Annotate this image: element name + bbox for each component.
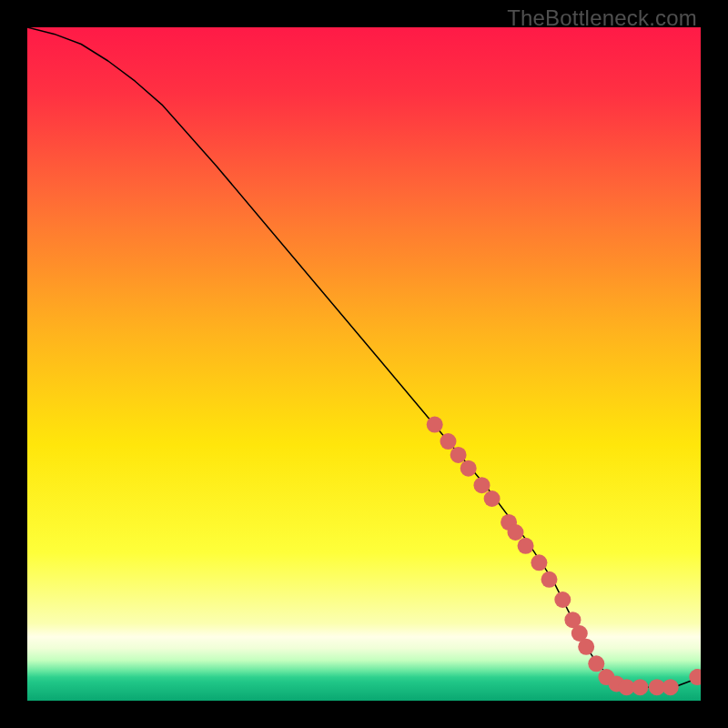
highlight-point — [474, 477, 490, 493]
highlight-point — [554, 592, 571, 608]
highlight-point — [484, 490, 500, 507]
highlight-point — [588, 655, 604, 672]
highlight-point — [632, 679, 648, 695]
chart-background — [27, 27, 701, 701]
highlight-point — [518, 538, 534, 554]
highlight-point — [578, 639, 594, 655]
highlight-point — [662, 679, 679, 695]
highlight-point — [508, 524, 524, 541]
highlight-point — [531, 554, 547, 571]
chart-frame — [27, 27, 701, 701]
highlight-point — [440, 433, 457, 450]
bottleneck-chart — [27, 27, 701, 701]
highlight-point — [427, 417, 443, 433]
highlight-point — [450, 447, 467, 463]
highlight-point — [541, 571, 558, 588]
highlight-point — [460, 460, 477, 477]
